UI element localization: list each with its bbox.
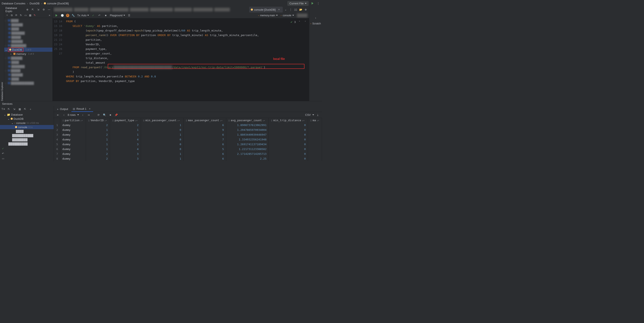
expand-icon[interactable]: ⇲ xyxy=(36,7,40,12)
grid-icon[interactable]: ▦ xyxy=(18,107,22,111)
column-header[interactable]: ▯max_passenger_count▴▾ xyxy=(183,118,226,123)
nav-up-icon[interactable]: ˄ xyxy=(297,20,302,24)
tree-item-console[interactable]: ⌄▫ console 11 s 610 ms xyxy=(0,121,54,125)
add-icon[interactable]: ⊕ xyxy=(25,7,30,12)
tree-item-memory[interactable]: › memory 1 of 3 xyxy=(4,52,52,56)
sql-editor[interactable]: FROM ( SELECT 'dummy' AS partition, (epo… xyxy=(64,18,309,101)
settings-icon[interactable]: ☰ xyxy=(127,13,131,17)
column-header[interactable]: ▯partition▴▾ xyxy=(60,118,86,123)
console-select[interactable]: ▫ console xyxy=(281,14,294,17)
commit-icon[interactable]: ✓ xyxy=(91,13,95,17)
datasource-select[interactable]: ▫ memory.main xyxy=(258,14,278,17)
result-grid[interactable]: ▯partition▴▾▯VendorID▴▾▯payment_type▴▾▯m… xyxy=(54,118,322,161)
column-header[interactable]: ▯VendorID▴▾ xyxy=(86,118,110,123)
database-icon xyxy=(9,49,11,51)
explain-icon[interactable]: P xyxy=(66,14,69,17)
tx-icon[interactable]: T✕ xyxy=(1,107,6,111)
layout-icon[interactable]: ▭ xyxy=(1,156,5,161)
highlight-icon[interactable]: ✎ xyxy=(32,13,37,17)
filter-icon[interactable]: ▭ xyxy=(24,13,28,17)
open-icon[interactable]: 📂 xyxy=(298,7,303,12)
tree-item-duckdb[interactable]: ⌄ DuckDB 1 of 3 xyxy=(4,47,52,52)
more-icon[interactable]: ⋮ xyxy=(288,7,293,12)
tree-item-database[interactable]: ⌄📁 Database xyxy=(0,112,54,117)
column-header[interactable]: ▯min_trip_distance▴▾ xyxy=(269,118,308,123)
table-row[interactable]: 3dummy21161.88034400304469470 xyxy=(54,132,322,137)
play-icon xyxy=(56,14,58,17)
table-icon[interactable]: ▦ xyxy=(28,13,32,17)
tree-label: DuckDB xyxy=(14,117,24,120)
side-tab-database-explorer[interactable]: Database Explorer xyxy=(0,7,4,101)
column-header[interactable]: ▯ma▴▾ xyxy=(308,118,322,123)
breadcrumb-item[interactable]: Database Consoles xyxy=(2,2,25,5)
split-icon[interactable]: ▯▯ xyxy=(294,7,298,12)
nav-down-icon[interactable]: ˅ xyxy=(303,20,308,24)
run-config-select[interactable]: Current File xyxy=(287,1,309,6)
table-row[interactable]: 4dummy14071.3349323562419480 xyxy=(54,137,322,142)
breadcrumb-item[interactable]: console [DuckDB] xyxy=(44,2,69,5)
table-row[interactable]: 8dummy23162.250 xyxy=(54,156,322,161)
pin-icon[interactable]: 📌 xyxy=(114,113,118,117)
sync-icon[interactable]: ↻ xyxy=(19,13,23,17)
column-header[interactable]: ▯payment_type▴▾ xyxy=(110,118,141,123)
row-count[interactable]: 8 rows xyxy=(68,113,76,116)
first-page-icon[interactable]: ⇤ xyxy=(56,113,60,117)
rollback-icon[interactable]: ↶ xyxy=(97,13,102,17)
playground-select[interactable]: Playground xyxy=(110,14,125,17)
last-page-icon[interactable]: ⇥ xyxy=(86,113,91,117)
collapse-icon[interactable]: ⇱ xyxy=(31,7,35,12)
close-icon[interactable]: × xyxy=(277,7,281,12)
download-icon[interactable]: ⭳ xyxy=(316,113,320,117)
tab-output[interactable]: ▸ Output xyxy=(56,107,69,111)
minimize-icon[interactable]: — xyxy=(47,7,51,12)
close-icon[interactable]: × xyxy=(88,107,92,111)
breadcrumb-label: console [DuckDB] xyxy=(47,2,69,5)
column-header[interactable]: ▯avg_passenger_count▴▾ xyxy=(226,118,269,123)
tree-time: 11 s 610 ms xyxy=(26,122,39,124)
more-icon[interactable]: ⋮ xyxy=(316,1,320,5)
new-icon[interactable]: ＋ xyxy=(5,13,9,17)
search-icon[interactable]: 🔍 xyxy=(102,113,106,117)
run-button[interactable] xyxy=(310,1,314,5)
export-icon[interactable]: ⇱ xyxy=(23,107,27,111)
stop-icon[interactable]: ■ xyxy=(104,13,108,17)
collapse-icon[interactable]: ⇱ xyxy=(7,107,11,111)
panel-title: Services xyxy=(2,102,12,105)
export-format[interactable]: CSV xyxy=(305,113,311,116)
target-icon[interactable]: ⊕ xyxy=(304,7,308,12)
rollback-icon[interactable]: ↶ xyxy=(1,151,5,156)
table-row[interactable]: 1dummy22161.89087376130629910 xyxy=(54,123,322,127)
more-icon[interactable]: » xyxy=(48,13,52,17)
tree-item-duckdb[interactable]: ⌄ DuckDB xyxy=(0,117,54,121)
column-header[interactable]: ▯min_passenger_count▴▾ xyxy=(141,118,183,123)
tree-item-console-run[interactable]: console 11 s xyxy=(0,125,54,129)
breadcrumb-item[interactable]: DuckDB xyxy=(30,2,40,5)
next-page-icon[interactable]: › xyxy=(80,113,85,117)
services-tree[interactable]: ⌄📁 Database ⌄ DuckDB ⌄▫ console 11 s 610… xyxy=(0,112,54,146)
scratch-tab[interactable]: ▫ Scratch xyxy=(310,22,321,25)
wrench-icon[interactable]: 🔧 xyxy=(71,13,75,17)
tab-console[interactable]: console [DuckDB] × xyxy=(249,7,283,12)
breadcrumb[interactable]: Database Consoles › DuckDB › console [Du… xyxy=(2,2,287,5)
tab-result[interactable]: ▦ Result 1 × xyxy=(72,106,93,112)
refresh-icon[interactable]: ⟳ xyxy=(14,13,18,17)
tab-label: console [DuckDB] xyxy=(254,8,276,11)
history-icon[interactable]: 🕘 xyxy=(60,13,64,17)
table-row[interactable]: 2dummy11091.20478659700340040 xyxy=(54,127,322,132)
table-row[interactable]: 6dummy14051.2217311233885820 xyxy=(54,147,322,151)
table-row[interactable]: 7dummy23162.17142857142857130 xyxy=(54,151,322,156)
gear-icon[interactable]: ⚙ xyxy=(42,7,46,12)
chevron-down-icon[interactable]: ⌄ xyxy=(284,7,288,12)
stop-icon[interactable]: ■ xyxy=(108,113,112,117)
expand-icon[interactable]: › xyxy=(314,16,318,20)
prev-page-icon[interactable]: ‹ xyxy=(62,113,66,117)
tx-mode-select[interactable]: Tx: Auto xyxy=(77,14,89,17)
add-icon[interactable]: ＋ xyxy=(28,107,32,111)
refresh-icon[interactable]: ⟳ xyxy=(96,113,101,117)
duplicate-icon[interactable]: ⧉ xyxy=(10,13,14,17)
expand-icon[interactable]: ⇲ xyxy=(12,107,16,111)
execute-button[interactable] xyxy=(54,13,58,17)
check-icon[interactable]: ✓ xyxy=(1,146,5,151)
table-row[interactable]: 5dummy13061.26917411371894340 xyxy=(54,142,322,147)
database-tree[interactable]: ›████ ██████ ████ ███████ █████ ██████ ›… xyxy=(4,18,52,101)
